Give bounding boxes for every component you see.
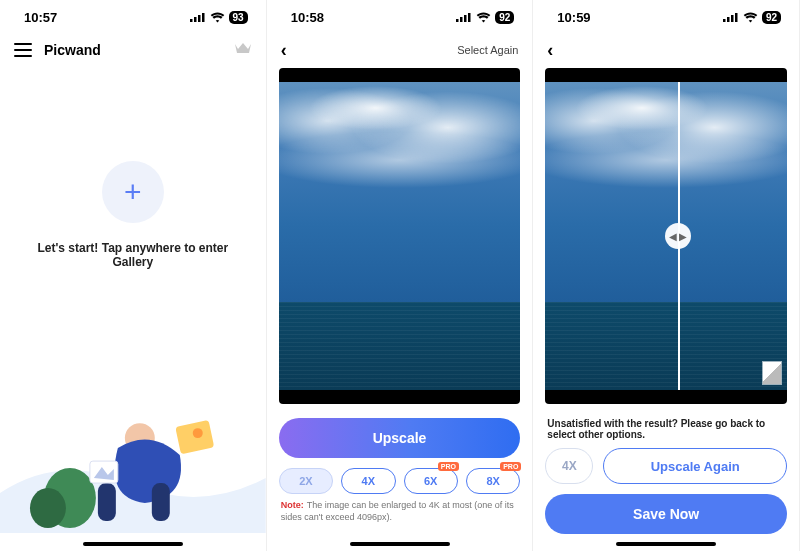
cellular-icon [456,12,472,22]
crown-icon[interactable] [234,41,252,59]
preview-sky [279,82,521,302]
svg-rect-16 [723,19,726,22]
svg-rect-14 [464,15,467,22]
compare-toggle-icon[interactable] [763,362,781,384]
battery-icon: 93 [229,11,248,24]
menu-icon[interactable] [14,43,32,57]
status-time: 10:57 [24,10,57,25]
unsatisfied-text: Unsatisfied with the result? Please go b… [547,418,785,440]
status-icons: 92 [456,11,514,24]
start-area[interactable]: + Let's start! Tap anywhere to enter Gal… [0,161,266,269]
app-header: Picwand [0,34,266,66]
svg-rect-15 [468,13,471,22]
status-bar: 10:57 93 [0,0,266,34]
status-time: 10:59 [557,10,590,25]
wifi-icon [210,12,225,23]
svg-rect-0 [190,19,193,22]
home-indicator [616,542,716,546]
selected-scale-indicator[interactable]: 4X [545,448,593,484]
svg-rect-3 [202,13,205,22]
status-bar: 10:58 92 [267,0,533,34]
svg-rect-2 [198,15,201,22]
svg-rect-19 [735,13,738,22]
nav-header: ‹ Select Again [267,34,533,66]
save-now-button[interactable]: Save Now [545,494,787,534]
illustration [0,383,266,533]
size-note: Note:The image can be enlarged to 4K at … [281,500,519,523]
app-title: Picwand [44,42,101,58]
home-indicator [83,542,183,546]
status-bar: 10:59 92 [533,0,799,34]
svg-point-5 [30,488,66,528]
screen-home: 10:57 93 Picwand + Let's start! Tap anyw… [0,0,267,551]
select-again-button[interactable]: Select Again [457,44,518,56]
battery-icon: 92 [495,11,514,24]
preview-sea [279,302,521,390]
upscale-again-button[interactable]: Upscale Again [603,448,787,484]
preview-sea [545,302,787,390]
svg-rect-8 [152,483,170,521]
preview-sky [545,82,787,302]
svg-rect-18 [731,15,734,22]
scale-6x[interactable]: 6XPRO [404,468,458,494]
status-icons: 93 [190,11,248,24]
result-actions: 4X Upscale Again [545,448,787,484]
compare-handle[interactable]: ◀ ▶ [665,223,691,249]
pro-badge: PRO [500,462,521,471]
letterbox-bottom [279,390,521,404]
svg-rect-12 [456,19,459,22]
image-preview[interactable] [279,68,521,404]
svg-rect-13 [460,17,463,22]
upscale-button[interactable]: Upscale [279,418,521,458]
letterbox-top [279,68,521,82]
wifi-icon [476,12,491,23]
chevron-right-icon: ▶ [679,231,687,242]
scale-8x[interactable]: 8XPRO [466,468,520,494]
cellular-icon [723,12,739,22]
scale-options: 2X 4X 6XPRO 8XPRO [279,468,521,494]
back-button[interactable]: ‹ [281,40,287,61]
chevron-left-icon: ◀ [669,231,677,242]
start-caption: Let's start! Tap anywhere to enter Galle… [16,241,250,269]
pro-badge: PRO [438,462,459,471]
add-image-button[interactable]: + [102,161,164,223]
screen-result: 10:59 92 ‹ ◀ ▶ Unsatisfied with the resu… [533,0,800,551]
letterbox-bottom [545,390,787,404]
compare-preview[interactable]: ◀ ▶ [545,68,787,404]
plus-icon: + [124,175,142,209]
screen-upscale-options: 10:58 92 ‹ Select Again Upscale 2X 4X 6X… [267,0,534,551]
svg-rect-1 [194,17,197,22]
upscale-button-label: Upscale [373,430,427,446]
svg-rect-17 [727,17,730,22]
wifi-icon [743,12,758,23]
back-button[interactable]: ‹ [547,40,553,61]
svg-rect-7 [98,483,116,521]
svg-point-10 [193,428,203,438]
scale-2x[interactable]: 2X [279,468,333,494]
home-indicator [350,542,450,546]
scale-4x[interactable]: 4X [341,468,395,494]
battery-icon: 92 [762,11,781,24]
cellular-icon [190,12,206,22]
nav-header: ‹ [533,34,799,66]
status-time: 10:58 [291,10,324,25]
letterbox-top [545,68,787,82]
status-icons: 92 [723,11,781,24]
